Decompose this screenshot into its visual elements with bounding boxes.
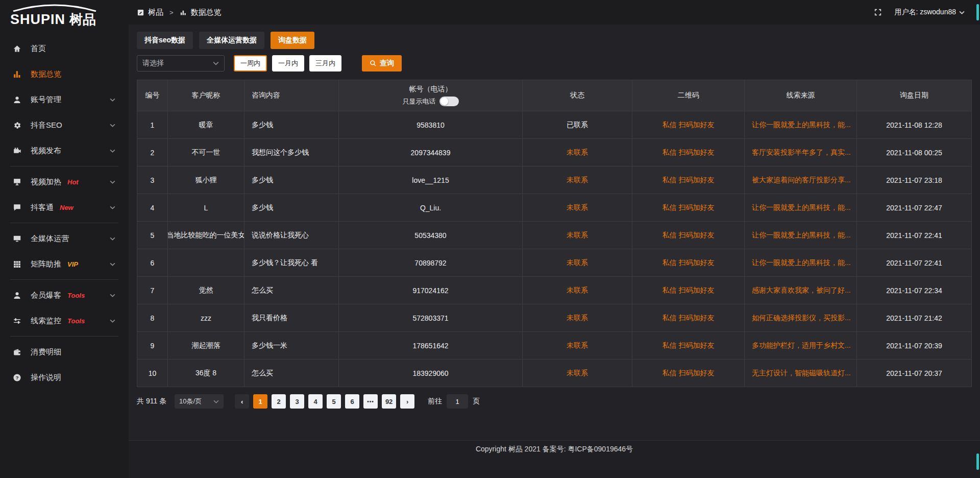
cell-qrcode-link[interactable]: 私信 扫码加好友 (632, 360, 745, 387)
cell-source-link[interactable]: 多功能护栏灯，适用于乡村文... (745, 332, 857, 359)
range-button-一月内[interactable]: 一月内 (272, 55, 304, 71)
next-page-button[interactable]: › (400, 394, 414, 409)
account-select[interactable]: 请选择 (137, 55, 225, 71)
cell-content: 怎么买 (244, 277, 339, 304)
sidebar: SHUPIN 树品 首页数据总览账号管理抖音SEO视频发布视频加热Hot抖客通N… (0, 0, 129, 478)
cell-source-link[interactable]: 如何正确选择投影仪，买投影... (745, 304, 857, 331)
page-button-6[interactable]: 6 (345, 394, 359, 409)
sidebar-item-media-operation[interactable]: 全媒体运营 (0, 226, 129, 251)
cell-qrcode-link[interactable]: 私信 扫码加好友 (632, 111, 745, 138)
page-size-select[interactable]: 10条/页 (175, 394, 224, 409)
sidebar-item-label: 全媒体运营 (31, 234, 69, 244)
cell-status: 未联系 (523, 277, 632, 304)
page-button-1[interactable]: 1 (253, 394, 267, 409)
cell-qrcode-link[interactable]: 私信 扫码加好友 (632, 249, 745, 276)
sidebar-item-douyin-seo[interactable]: 抖音SEO (0, 112, 129, 138)
breadcrumb-item-current[interactable]: 数据总览 (180, 8, 222, 17)
cell-qrcode-link[interactable]: 私信 扫码加好友 (632, 304, 745, 331)
page-button-3[interactable]: 3 (290, 394, 304, 409)
phone-only-toggle[interactable] (439, 97, 459, 106)
sidebar-item-doukertong[interactable]: 抖客通New (0, 195, 129, 220)
sidebar-item-matrix-boost[interactable]: 矩阵助推VIP (0, 251, 129, 277)
scrollbar-thumb[interactable] (976, 453, 979, 470)
page-button-2[interactable]: 2 (272, 394, 286, 409)
column-header-status: 状态 (523, 80, 632, 111)
sidebar-item-video-publish[interactable]: 视频发布 (0, 138, 129, 163)
fullscreen-icon[interactable] (874, 8, 882, 16)
gear-icon (12, 121, 22, 130)
doc-icon (137, 9, 144, 16)
table-row: 5当地比较能吃的一位美女说说价格让我死心50534380未联系私信 扫码加好友让… (137, 221, 971, 249)
cell-account: 50534380 (339, 222, 523, 249)
cell-source-link[interactable]: 无主灯设计，智能磁吸轨道灯... (745, 360, 857, 387)
cell-qrcode-link[interactable]: 私信 扫码加好友 (632, 194, 745, 221)
chevron-down-icon (110, 293, 115, 298)
sidebar-item-account-manage[interactable]: 账号管理 (0, 87, 129, 112)
sidebar-item-data-overview[interactable]: 数据总览 (0, 61, 129, 87)
scrollbar-thumb[interactable] (976, 4, 979, 20)
sidebar-item-clue-monitor[interactable]: 线索监控Tools (0, 308, 129, 333)
cell-qrcode-link[interactable]: 私信 扫码加好友 (632, 332, 745, 359)
cell-source-link[interactable]: 让你一眼就爱上的黑科技，能... (745, 111, 857, 138)
page-ellipsis-button[interactable]: ••• (363, 394, 378, 409)
cell-source-link[interactable]: 被大家追着问的客厅投影分享... (745, 166, 857, 194)
cell-no: 6 (137, 249, 168, 276)
cell-source-link[interactable]: 让你一眼就爱上的黑科技，能... (745, 249, 857, 276)
page-button-92[interactable]: 92 (382, 394, 396, 409)
cell-content: 多少钱 (244, 111, 339, 138)
tab-询盘数据[interactable]: 询盘数据 (271, 32, 314, 49)
member-icon (12, 291, 22, 300)
table-body: 1暖章多少钱9583810已联系私信 扫码加好友让你一眼就爱上的黑科技，能...… (137, 111, 971, 387)
user-menu[interactable]: 用户名: zswodun88 (894, 8, 965, 17)
cell-content: 多少钱？让我死心 看 (244, 249, 339, 276)
cell-nickname: 不可一世 (168, 139, 244, 166)
topbar-right: 用户名: zswodun88 (874, 8, 965, 17)
cell-source-link[interactable]: 让你一眼就爱上的黑科技，能... (745, 222, 857, 249)
page-jump-input[interactable] (447, 394, 468, 409)
page-button-4[interactable]: 4 (308, 394, 323, 409)
sidebar-divider (10, 166, 118, 166)
home-icon (12, 44, 22, 54)
range-button-一周内[interactable]: 一周内 (234, 55, 267, 71)
cell-source-link[interactable]: 客厅安装投影半年多了，真实... (745, 139, 857, 166)
tab-全媒体运营数据[interactable]: 全媒体运营数据 (199, 32, 264, 49)
sidebar-item-instructions[interactable]: ?操作说明 (0, 365, 129, 390)
cell-status: 未联系 (523, 139, 632, 166)
breadcrumb-item-home[interactable]: 树品 (137, 8, 163, 17)
cell-qrcode-link[interactable]: 私信 扫码加好友 (632, 166, 745, 194)
sidebar-item-badge: Tools (67, 317, 85, 325)
sidebar-item-member-baoke[interactable]: 会员爆客Tools (0, 282, 129, 308)
sidebar-item-label: 首页 (31, 44, 46, 54)
topbar: 树品 > 数据总览 用户名: zswodun88 (129, 0, 980, 25)
table-row: 6多少钱？让我死心 看70898792未联系私信 扫码加好友让你一眼就爱上的黑科… (137, 249, 971, 276)
column-header-nickname: 客户昵称 (168, 80, 244, 111)
range-button-三月内[interactable]: 三月内 (309, 55, 341, 71)
page-button-5[interactable]: 5 (327, 394, 341, 409)
cell-nickname: 当地比较能吃的一位美女 (168, 222, 244, 249)
tabs: 抖音seo数据全媒体运营数据询盘数据 (137, 32, 972, 49)
tab-抖音seo数据[interactable]: 抖音seo数据 (137, 32, 193, 49)
cell-qrcode-link[interactable]: 私信 扫码加好友 (632, 222, 745, 249)
prev-page-button[interactable]: ‹ (235, 394, 249, 409)
sidebar-divider (10, 223, 118, 223)
cell-qrcode-link[interactable]: 私信 扫码加好友 (632, 277, 745, 304)
user-icon (12, 95, 22, 105)
svg-text:?: ? (15, 375, 18, 380)
cell-account: 183929060 (339, 360, 523, 387)
sidebar-item-label: 会员爆客 (31, 291, 61, 300)
sidebar-item-video-heat[interactable]: 视频加热Hot (0, 169, 129, 195)
cell-source-link[interactable]: 让你一眼就爱上的黑科技，能... (745, 194, 857, 221)
query-button[interactable]: 查询 (362, 55, 402, 71)
sidebar-item-consumption-detail[interactable]: 消费明细 (0, 339, 129, 365)
cell-source-link[interactable]: 感谢大家喜欢我家，被问了好... (745, 277, 857, 304)
sidebar-item-home[interactable]: 首页 (0, 36, 129, 61)
footer: Copyright 树品 2021 备案号: 粤ICP备09019646号 (129, 440, 980, 478)
cell-status: 未联系 (523, 304, 632, 331)
bar-chart-icon (180, 9, 187, 16)
wallet-icon (12, 347, 22, 357)
chevron-down-icon (110, 148, 115, 154)
cell-account: 70898792 (339, 249, 523, 276)
column-header-no: 编号 (137, 80, 168, 111)
cell-no: 3 (137, 166, 168, 194)
cell-qrcode-link[interactable]: 私信 扫码加好友 (632, 139, 745, 166)
